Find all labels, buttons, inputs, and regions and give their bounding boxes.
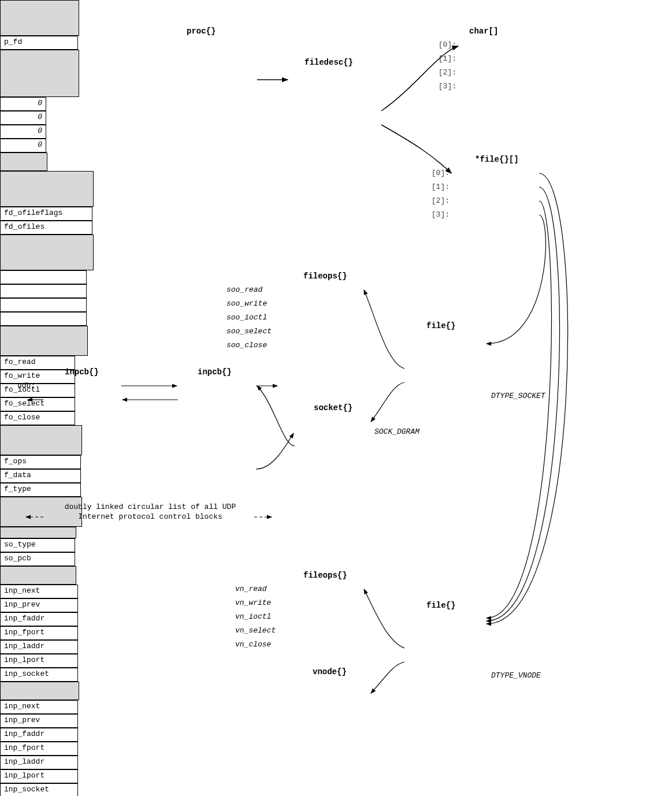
filearr-idx-1: [1]:	[426, 183, 450, 191]
file1-row-1: f_data	[0, 469, 81, 483]
fileops1-lab-0: soo_read	[227, 285, 262, 294]
file2-annot: DTYPE_VNODE	[491, 671, 541, 680]
file1-row-2: f_type	[0, 483, 81, 497]
inpcb1-row-6: inp_socket	[0, 668, 78, 682]
fileops2-lab-2: vn_ioctl	[235, 612, 271, 621]
vnode-title: vnode{}	[313, 667, 347, 676]
proc-box-bot	[0, 50, 79, 97]
file1-annot: DTYPE_SOCKET	[491, 392, 545, 400]
inpcb2-title: inpcb{}	[198, 367, 232, 377]
char-val-0: 0	[0, 97, 46, 111]
char-idx-1: [1]:	[433, 54, 456, 63]
udb-label: udb:	[17, 381, 35, 390]
char-idx-3: [3]:	[433, 82, 456, 91]
file1-row-0: f_ops	[0, 455, 81, 469]
connector-overlay	[0, 0, 672, 796]
filearr-row-2	[0, 298, 87, 312]
filearr-bot	[0, 326, 88, 356]
inpcb1-row-5: inp_lport	[0, 654, 78, 668]
socket-row-0: so_type	[0, 538, 75, 552]
fileops1-lab-4: soo_close	[227, 341, 267, 349]
inpcb2-row-2: inp_faddr	[0, 728, 78, 742]
inpcb2-row-4: inp_laddr	[0, 756, 78, 769]
fileops2-lab-1: vn_write	[235, 598, 271, 607]
inpcb2-row-1: inp_prev	[0, 714, 78, 728]
fileops2-lab-4: vn_close	[235, 640, 271, 649]
filearr-title: *file{}[]	[475, 155, 519, 164]
file2-title: file{}	[426, 601, 455, 610]
fileops2-title: fileops{}	[303, 571, 347, 580]
inpcb1-bot	[0, 682, 79, 700]
fileops2-lab-0: vn_read	[235, 585, 267, 593]
char-val-1: 0	[0, 111, 46, 125]
filearr-idx-0: [0]:	[426, 169, 450, 177]
fileops1-row-0: fo_read	[0, 356, 75, 370]
filedesc-row-0: fd_ofileflags	[0, 207, 92, 221]
inpcb1-row-1: inp_prev	[0, 598, 78, 612]
inpcb1-row-0: inp_next	[0, 585, 78, 598]
char-val-2: 0	[0, 125, 46, 139]
fileops1-lab-2: soo_ioctl	[227, 313, 267, 322]
fileops1-lab-1: soo_write	[227, 299, 267, 308]
inpcb2-row-0: inp_next	[0, 700, 78, 714]
file1-top	[0, 425, 82, 455]
fileops1-lab-3: soo_select	[227, 327, 272, 336]
char-idx-2: [2]:	[433, 68, 456, 77]
filedesc-row-1: fd_ofiles	[0, 221, 92, 235]
char-title: char[]	[469, 27, 498, 36]
filearr-row-0	[0, 270, 87, 284]
proc-title: proc{}	[187, 27, 216, 36]
socket-row-1: so_pcb	[0, 552, 75, 566]
char-val-3: 0	[0, 139, 46, 152]
inpcb1-row-4: inp_laddr	[0, 640, 78, 654]
inpcb1-title: inpcb{}	[65, 367, 99, 377]
filearr-idx-2: [2]:	[426, 196, 450, 205]
filedesc-title: filedesc{}	[305, 58, 353, 67]
filedesc-top	[0, 171, 94, 207]
socket-top	[0, 527, 76, 538]
filearr-idx-3: [3]:	[426, 210, 450, 219]
socket-bot	[0, 566, 76, 585]
fileops1-row-3: fo_select	[0, 397, 75, 411]
fileops1-row-4: fo_close	[0, 411, 75, 425]
char-idx-0: [0]:	[433, 40, 456, 49]
socket-title: socket{}	[314, 403, 352, 412]
file1-title: file{}	[426, 321, 455, 330]
inpcb2-row-5: inp_lport	[0, 769, 78, 783]
proc-box-top	[0, 0, 79, 36]
fileops1-row-1: fo_write	[0, 370, 75, 384]
inpcb-caption: doubly linked circular list of all UDPIn…	[49, 503, 251, 522]
fileops1-row-2: fo_ioctl	[0, 384, 75, 397]
socket-annot: SOCK_DGRAM	[374, 427, 419, 436]
inpcb1-row-2: inp_faddr	[0, 612, 78, 626]
fileops2-lab-3: vn_select	[235, 626, 276, 635]
proc-pfd: p_fd	[0, 36, 78, 50]
filearr-row-1	[0, 284, 87, 298]
inpcb1-row-3: inp_fport	[0, 626, 78, 640]
fileops1-title: fileops{}	[303, 271, 347, 281]
inpcb2-row-3: inp_fport	[0, 742, 78, 756]
inpcb2-row-6: inp_socket	[0, 783, 78, 796]
filedesc-bot	[0, 235, 94, 270]
filearr-row-3	[0, 312, 87, 326]
char-box-bot	[0, 152, 47, 171]
